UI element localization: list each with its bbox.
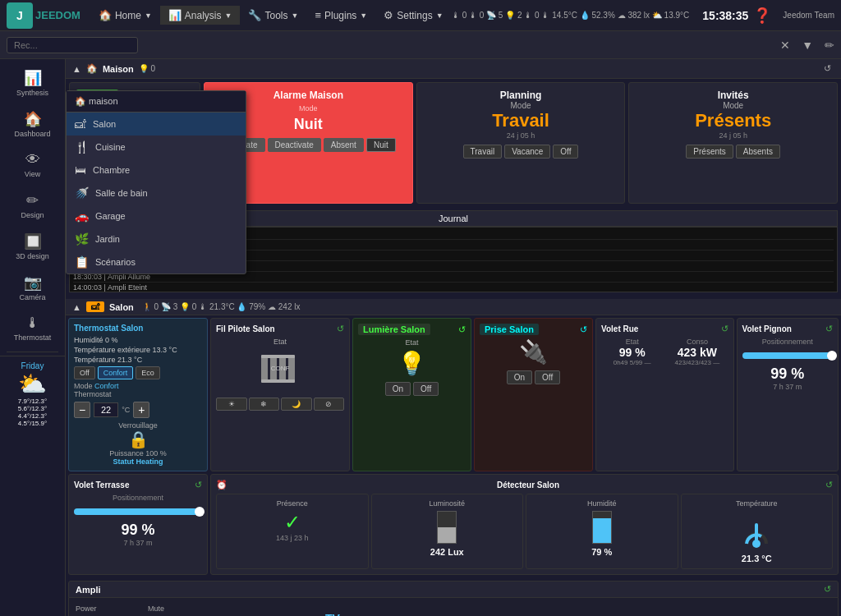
camera-icon: 📷	[24, 274, 42, 292]
nuit-btn[interactable]: Nuit	[366, 138, 396, 152]
absent-btn[interactable]: Absent	[324, 138, 364, 152]
volet-terrasse-handle[interactable]	[195, 507, 205, 517]
volet-rue-refresh[interactable]: ↺	[721, 324, 728, 334]
presents-btn[interactable]: Présents	[686, 145, 733, 159]
analysis-icon: 📊	[168, 9, 182, 21]
volet-conso-val: 423 kW	[666, 346, 728, 359]
salon-menu-icon: 🛋	[75, 117, 86, 131]
top-navigation: J JEEDOM 🏠 Home ▼ 📊 Analysis ▼ 🔧 Tools ▼…	[0, 0, 841, 31]
planning-mode-label: Mode	[424, 101, 618, 110]
thermostat-title: Thermostat Salon	[74, 324, 143, 333]
nav-plugins[interactable]: ≡ Plugins ▼	[306, 6, 375, 25]
prise-on-btn[interactable]: On	[507, 370, 532, 384]
absents-btn[interactable]: Absents	[736, 145, 780, 159]
fp-btn1[interactable]: ☀	[216, 398, 247, 411]
volet-pignon-slider	[742, 346, 833, 365]
sidebar-item-3d[interactable]: 🔲 3D design	[0, 226, 65, 267]
dropdown-salle-de-bain[interactable]: 🚿 Salle de bain	[67, 182, 246, 205]
planning-card: Planning Mode Travail 24 j 05 h Travail …	[416, 82, 626, 204]
nav-home[interactable]: 🏠 Home ▼	[90, 6, 160, 25]
dropdown-scenarios[interactable]: 📋 Scénarios	[67, 251, 246, 274]
dropdown-garage[interactable]: 🚗 Garage	[67, 205, 246, 228]
fp-btn3[interactable]: 🌙	[281, 398, 312, 411]
lumiere-buttons: On Off	[358, 382, 466, 396]
status-bar: 🌡 0 🌡 0 📡 5 💡 2 🌡 0 🌡 14.5°C 💧 52.3% ☁ 3…	[452, 11, 689, 20]
pencil-icon[interactable]: ✏	[825, 39, 834, 52]
volet-rue-header: Volet Rue ↺	[601, 324, 728, 334]
nav-tools[interactable]: 🔧 Tools ▼	[240, 6, 306, 25]
fp-btn4[interactable]: ⊘	[314, 398, 345, 411]
planning-mode-value: Travail	[424, 110, 618, 131]
vacance-btn[interactable]: Vacance	[504, 145, 550, 159]
thermo-eco-btn[interactable]: Eco	[136, 366, 160, 379]
filter-icon[interactable]: ✕	[780, 39, 790, 52]
dropdown-salon[interactable]: 🛋 Salon	[67, 113, 246, 136]
garage-icon: 🚗	[75, 209, 89, 223]
off-btn[interactable]: Off	[553, 145, 578, 159]
thermo-off-btn[interactable]: Off	[74, 366, 95, 379]
ampli-header: Ampli ↺	[68, 581, 839, 598]
volet-pignon-refresh[interactable]: ↺	[825, 324, 833, 334]
prise-off-btn[interactable]: Off	[535, 370, 560, 384]
tv-label: TV	[325, 612, 831, 617]
lumiere-off-btn[interactable]: Off	[413, 382, 439, 396]
travail-btn[interactable]: Travail	[463, 145, 503, 159]
ampli-refresh[interactable]: ↺	[824, 584, 831, 595]
sidebar-item-thermostat[interactable]: 🌡 Thermostat	[0, 308, 65, 348]
lumiere-widget: Lumière Salon ↺ Etat 💡 On Off	[352, 318, 471, 471]
nav-analysis[interactable]: 📊 Analysis ▼	[160, 6, 241, 25]
dropdown-jardin[interactable]: 🌿 Jardin	[67, 228, 246, 251]
search-input[interactable]	[7, 37, 138, 53]
volet-pignon-handle[interactable]	[827, 351, 837, 361]
thermo-unit: °C	[122, 406, 130, 414]
dropdown-chambre[interactable]: 🛏 Chambre	[67, 159, 246, 182]
refresh-btn[interactable]: ↺	[820, 62, 834, 75]
sidebar-item-camera[interactable]: 📷 Caméra	[0, 267, 65, 308]
humidite-item: Humidité 79 %	[526, 494, 678, 569]
volet-rue-widget: Volet Rue ↺ Etat 99 % 0h49 5/99 — Conso …	[595, 318, 734, 471]
thermo-plus-btn[interactable]: +	[133, 402, 149, 418]
volet-pignon-pos-label: Positionnement	[742, 338, 833, 346]
sidebar-item-dashboard[interactable]: 🏠 Dashboard	[0, 103, 65, 145]
ampli-source-col: TV SetSource Platine CD ▼	[325, 612, 831, 617]
sidebar-item-design[interactable]: ✏ Design	[0, 185, 65, 226]
detecteur-refresh[interactable]: ↺	[825, 480, 833, 490]
design-icon: ✏	[26, 191, 39, 209]
dropdown-container: 🏠 maison 🛋 Salon 🍴 Cuisine 🛏 Chambre 🚿	[66, 59, 841, 296]
fp-btn2[interactable]: ❄	[249, 398, 280, 411]
expand-icon[interactable]: ▲	[72, 64, 81, 74]
volet-pignon-fill	[742, 352, 832, 359]
power-label: Puissance 100 %	[74, 449, 202, 457]
weather-temps: 7.9°/12.3° 5.6°/12.3° 4.4°/12.3° 4.5°/15…	[3, 398, 62, 427]
prise-refresh[interactable]: ↺	[580, 324, 587, 335]
collapse-icon[interactable]: ▲	[72, 302, 81, 312]
detecteur-widget: ⏰ Détecteur Salon ↺ Présence ✓ 143 j 23 …	[210, 474, 839, 575]
sidebar-item-view[interactable]: 👁 View	[0, 145, 65, 185]
lumiere-on-btn[interactable]: On	[385, 382, 411, 396]
volet-terrasse-fill	[74, 508, 200, 515]
thermostat-salon-widget: Thermostat Salon Humidité 0 % Températur…	[68, 318, 208, 471]
svg-rect-16	[755, 523, 758, 541]
radiator-icon: CONF	[216, 352, 344, 391]
temperature-gauge	[736, 511, 777, 552]
sidebar-divider	[7, 352, 58, 352]
volet-rue-title: Volet Rue	[601, 324, 638, 333]
volet-terrasse-refresh[interactable]: ↺	[195, 480, 202, 490]
nav-settings[interactable]: ⚙ Settings ▼	[375, 6, 451, 25]
lumiere-refresh[interactable]: ↺	[458, 324, 466, 335]
thermo-mode-label: Mode Confort	[74, 382, 202, 390]
volet-pignon-time: 7 h 37 m	[742, 383, 833, 391]
thermo-minus-btn[interactable]: −	[74, 402, 90, 418]
dropdown-cuisine[interactable]: 🍴 Cuisine	[67, 136, 246, 159]
thermostat-sidebar-icon: 🌡	[25, 315, 40, 332]
fil-pilote-refresh[interactable]: ↺	[337, 324, 344, 334]
sidebar-item-synthesis[interactable]: 📊 Synthesis	[0, 62, 65, 103]
deactivate-btn[interactable]: Deactivate	[268, 138, 321, 152]
funnel-icon[interactable]: ▼	[802, 39, 813, 52]
content-area: 🏠 maison 🛋 Salon 🍴 Cuisine 🛏 Chambre 🚿	[66, 59, 841, 616]
help-icon[interactable]: ❓	[753, 7, 771, 25]
thermo-confort-btn[interactable]: Confort	[98, 366, 134, 379]
chambre-icon: 🛏	[75, 163, 86, 177]
ampli-power-col: Power ✕ On Off	[76, 605, 141, 616]
detecteur-title: Détecteur Salon	[497, 480, 559, 490]
